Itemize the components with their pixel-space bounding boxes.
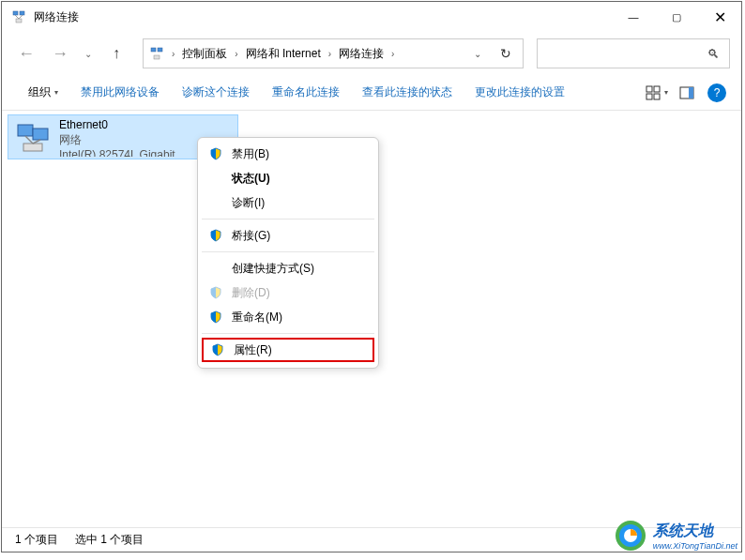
organize-button[interactable]: 组织 ▾ — [17, 84, 69, 100]
chevron-down-icon: ▾ — [54, 88, 58, 97]
watermark-url: www.XiTongTianDi.net — [653, 541, 737, 551]
search-icon: 🔍︎ — [707, 47, 720, 61]
svg-line-17 — [25, 136, 33, 144]
window-title: 网络连接 — [34, 9, 612, 25]
up-button[interactable]: ↑ — [103, 40, 129, 67]
address-dropdown-icon[interactable]: ⌄ — [474, 49, 481, 59]
ctx-shortcut[interactable]: 创建快捷方式(S) — [198, 256, 378, 280]
svg-rect-7 — [154, 55, 160, 59]
ctx-bridge-label: 桥接(G) — [232, 228, 270, 244]
svg-rect-5 — [151, 48, 156, 52]
shield-icon — [209, 229, 222, 242]
chevron-right-icon: › — [391, 49, 394, 59]
shield-icon — [211, 343, 224, 356]
breadcrumb-item[interactable]: 网络和 Internet — [246, 46, 321, 62]
ctx-disable-label: 禁用(B) — [232, 146, 269, 162]
chevron-right-icon: › — [172, 49, 175, 59]
refresh-icon[interactable]: ↻ — [500, 46, 511, 61]
svg-line-3 — [15, 15, 19, 19]
forward-button[interactable]: → — [47, 40, 73, 67]
network-icon — [11, 9, 26, 24]
svg-rect-0 — [13, 11, 18, 15]
shield-icon — [209, 286, 222, 299]
chevron-down-icon: ▾ — [664, 88, 668, 97]
ctx-delete-label: 删除(D) — [232, 285, 270, 301]
close-button[interactable]: ✕ — [698, 2, 741, 32]
preview-pane-icon — [679, 85, 694, 100]
ctx-disable[interactable]: 禁用(B) — [198, 142, 378, 166]
ctx-properties[interactable]: 属性(R) — [202, 338, 374, 362]
watermark-logo-icon — [614, 519, 647, 552]
ctx-bridge[interactable]: 桥接(G) — [198, 223, 378, 248]
toolbar: 组织 ▾ 禁用此网络设备 诊断这个连接 重命名此连接 查看此连接的状态 更改此连… — [2, 75, 741, 111]
breadcrumb-item[interactable]: 控制面板 — [182, 46, 227, 62]
back-button[interactable]: ← — [13, 40, 39, 67]
chevron-right-icon: › — [328, 49, 331, 59]
ctx-status-label: 状态(U) — [232, 171, 270, 187]
chevron-right-icon: › — [235, 49, 237, 59]
adapter-name: Ethernet0 — [59, 117, 175, 132]
preview-pane-button[interactable] — [674, 85, 700, 100]
toolbar-status[interactable]: 查看此连接的状态 — [351, 84, 464, 100]
ctx-rename[interactable]: 重命名(M) — [198, 305, 378, 329]
adapter-device: Intel(R) 82574L Gigabit — [59, 147, 175, 157]
address-bar[interactable]: › 控制面板 › 网络和 Internet › 网络连接 › ⌄ ↻ — [143, 38, 524, 68]
network-icon — [149, 46, 164, 61]
ctx-properties-label: 属性(R) — [234, 342, 272, 358]
adapter-icon — [14, 119, 52, 157]
svg-line-18 — [33, 140, 40, 144]
separator — [202, 333, 374, 334]
svg-rect-15 — [33, 129, 48, 140]
view-tiles-icon — [646, 85, 661, 100]
svg-rect-13 — [689, 87, 693, 98]
view-mode-button[interactable]: ▾ — [640, 85, 674, 100]
svg-line-4 — [19, 15, 23, 19]
svg-rect-2 — [16, 19, 22, 23]
adapter-text: Ethernet0 网络 Intel(R) 82574L Gigabit — [59, 117, 175, 157]
maximize-button[interactable]: ▢ — [655, 2, 698, 32]
svg-rect-16 — [23, 144, 42, 151]
breadcrumb-item[interactable]: 网络连接 — [339, 46, 384, 62]
svg-rect-11 — [654, 94, 660, 99]
nav-bar: ← → ⌄ ↑ › 控制面板 › 网络和 Internet › 网络连接 › ⌄… — [2, 32, 741, 75]
ctx-status[interactable]: 状态(U) — [198, 166, 378, 190]
toolbar-diagnose[interactable]: 诊断这个连接 — [171, 84, 261, 100]
svg-rect-8 — [646, 86, 652, 92]
watermark-title: 系统天地 — [653, 522, 713, 538]
ctx-shortcut-label: 创建快捷方式(S) — [232, 261, 314, 277]
toolbar-disable[interactable]: 禁用此网络设备 — [69, 84, 171, 100]
ctx-rename-label: 重命名(M) — [232, 310, 282, 325]
separator — [202, 219, 374, 219]
help-glyph: ? — [714, 86, 721, 99]
window-controls: — ▢ ✕ — [612, 2, 741, 32]
separator — [202, 251, 374, 252]
context-menu: 禁用(B) 状态(U) 诊断(I) 桥接(G) 创建快捷方式(S) 删除(D) … — [197, 137, 379, 369]
history-dropdown-icon[interactable]: ⌄ — [84, 49, 92, 59]
help-button[interactable]: ? — [707, 83, 726, 102]
shield-icon — [209, 310, 222, 324]
status-selected: 选中 1 个项目 — [75, 532, 144, 548]
svg-rect-1 — [20, 11, 24, 15]
ctx-diagnose[interactable]: 诊断(I) — [198, 190, 378, 215]
svg-rect-6 — [158, 48, 162, 52]
adapter-status: 网络 — [59, 132, 175, 147]
ctx-diagnose-label: 诊断(I) — [232, 195, 265, 211]
toolbar-settings[interactable]: 更改此连接的设置 — [464, 84, 576, 100]
watermark: 系统天地 www.XiTongTianDi.net — [614, 519, 737, 552]
shield-icon — [209, 147, 222, 160]
search-input[interactable]: 🔍︎ — [537, 38, 730, 68]
status-count: 1 个项目 — [15, 532, 58, 548]
organize-label: 组织 — [28, 84, 51, 100]
minimize-button[interactable]: — — [612, 2, 655, 32]
svg-rect-14 — [18, 125, 33, 136]
titlebar: 网络连接 — ▢ ✕ — [2, 2, 741, 32]
ctx-delete: 删除(D) — [198, 280, 378, 305]
svg-rect-10 — [646, 94, 652, 99]
svg-rect-9 — [654, 86, 660, 92]
toolbar-rename[interactable]: 重命名此连接 — [261, 84, 351, 100]
